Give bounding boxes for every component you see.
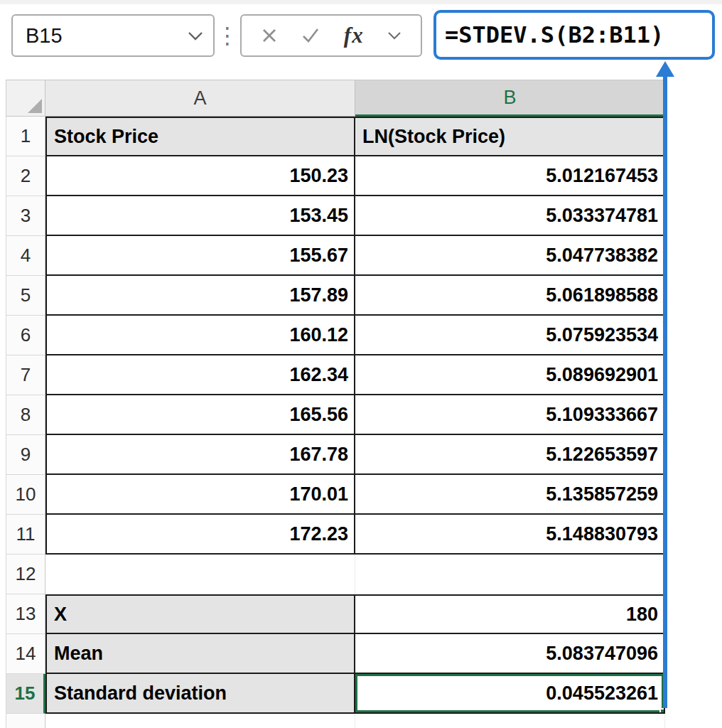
row-header-16[interactable] bbox=[6, 714, 45, 728]
column-header-b[interactable]: B bbox=[355, 80, 665, 117]
cell-A1[interactable]: Stock Price bbox=[45, 117, 355, 156]
formula-input[interactable]: =STDEV.S(B2:B11) bbox=[433, 10, 715, 60]
cell-B1[interactable]: LN(Stock Price) bbox=[355, 117, 665, 156]
cell-A6[interactable]: 160.12 bbox=[45, 316, 355, 355]
cell-A8[interactable]: 165.56 bbox=[45, 395, 355, 435]
cell-B15[interactable]: 0.045523261 bbox=[355, 674, 665, 714]
cell-A3[interactable]: 153.45 bbox=[45, 196, 355, 236]
row-header-15[interactable]: 15 bbox=[6, 674, 45, 714]
cell-B4[interactable]: 5.047738382 bbox=[355, 236, 665, 276]
cell-B8[interactable]: 5.109333667 bbox=[355, 395, 665, 435]
cell-A15[interactable]: Standard deviation bbox=[45, 674, 355, 714]
formula-text: =STDEV.S(B2:B11) bbox=[436, 21, 664, 48]
row-header-12[interactable]: 12 bbox=[6, 555, 45, 594]
cell-A12[interactable] bbox=[45, 555, 355, 594]
name-box-value: B15 bbox=[13, 24, 63, 48]
row-header-13[interactable]: 13 bbox=[6, 594, 45, 634]
row-header-1[interactable]: 1 bbox=[6, 117, 45, 156]
cell-A5[interactable]: 157.89 bbox=[45, 276, 355, 316]
fill-handle[interactable] bbox=[659, 708, 665, 714]
cell-B2[interactable]: 5.012167453 bbox=[355, 156, 665, 196]
cell-A2[interactable]: 150.23 bbox=[45, 156, 355, 196]
insert-function-icon[interactable]: fx bbox=[344, 23, 364, 48]
row-header-8[interactable]: 8 bbox=[6, 395, 45, 435]
cell-A11[interactable]: 172.23 bbox=[45, 515, 355, 555]
cell-A13[interactable]: X bbox=[45, 594, 355, 634]
name-box[interactable]: B15 bbox=[11, 14, 215, 57]
cell-A16[interactable] bbox=[45, 714, 355, 728]
cell-B6[interactable]: 5.075923534 bbox=[355, 316, 665, 355]
cell-A14[interactable]: Mean bbox=[45, 634, 355, 674]
select-all-triangle-icon bbox=[28, 99, 42, 113]
chevron-down-icon[interactable] bbox=[188, 31, 203, 41]
column-header-a[interactable]: A bbox=[45, 80, 355, 117]
cell-B12[interactable] bbox=[355, 555, 665, 594]
cell-B11[interactable]: 5.148830793 bbox=[355, 515, 665, 555]
cell-B10[interactable]: 5.135857259 bbox=[355, 475, 665, 515]
cell-B5[interactable]: 5.061898588 bbox=[355, 276, 665, 316]
row-header-14[interactable]: 14 bbox=[6, 634, 45, 674]
row-header-5[interactable]: 5 bbox=[6, 276, 45, 316]
row-header-2[interactable]: 2 bbox=[6, 156, 45, 196]
enter-check-icon[interactable] bbox=[301, 27, 320, 44]
row-header-6[interactable]: 6 bbox=[6, 316, 45, 355]
cell-B3[interactable]: 5.033374781 bbox=[355, 196, 665, 236]
chevron-down-icon[interactable] bbox=[387, 31, 402, 40]
cell-B9[interactable]: 5.122653597 bbox=[355, 435, 665, 475]
window-top-edge bbox=[0, 0, 722, 4]
cell-B7[interactable]: 5.089692901 bbox=[355, 355, 665, 395]
select-all-corner[interactable] bbox=[6, 80, 45, 117]
cell-B16[interactable] bbox=[355, 714, 665, 728]
cell-A10[interactable]: 170.01 bbox=[45, 475, 355, 515]
row-header-3[interactable]: 3 bbox=[6, 196, 45, 236]
cell-A9[interactable]: 167.78 bbox=[45, 435, 355, 475]
cell-B13[interactable]: 180 bbox=[355, 594, 665, 634]
spreadsheet-grid: A B 1Stock PriceLN(Stock Price)2150.235.… bbox=[6, 80, 665, 728]
row-header-10[interactable]: 10 bbox=[6, 475, 45, 515]
cell-A4[interactable]: 155.67 bbox=[45, 236, 355, 276]
formula-bar-separator: ⋮ bbox=[217, 14, 237, 57]
row-header-7[interactable]: 7 bbox=[6, 355, 45, 395]
row-header-9[interactable]: 9 bbox=[6, 435, 45, 475]
cell-B14[interactable]: 5.083747096 bbox=[355, 634, 665, 674]
excel-window: B15 ⋮ fx =STDEV.S(B2:B11) A B 1Stock Pri… bbox=[0, 0, 722, 728]
cancel-icon[interactable] bbox=[261, 27, 278, 44]
cell-A7[interactable]: 162.34 bbox=[45, 355, 355, 395]
row-header-4[interactable]: 4 bbox=[6, 236, 45, 276]
formula-bar-buttons: fx bbox=[240, 14, 422, 57]
row-header-11[interactable]: 11 bbox=[6, 515, 45, 555]
formula-arrow-head-icon bbox=[656, 61, 674, 77]
